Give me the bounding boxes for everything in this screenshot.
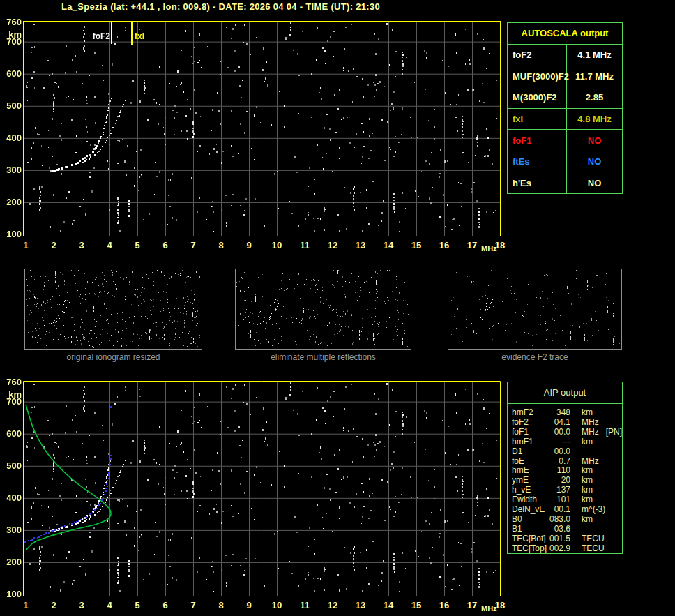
autoscala-row-fxi: fxI 4.8 MHz [508, 109, 622, 130]
autoscala-label-muf3000f2: MUF(3000)F2 [508, 66, 567, 87]
x-tick-label: 7 [183, 600, 204, 610]
autoscala-label-fof2: foF2 [508, 45, 567, 66]
x-tick-label: 12 [322, 600, 343, 610]
x-tick-label: 3 [71, 600, 92, 610]
autoscala-row-fof1: foF1 NO [508, 130, 622, 151]
y-tick-label: 500 [1, 100, 22, 111]
autoscala-row-ftes: ftEs NO [508, 151, 622, 173]
x-tick-label: 12 [322, 240, 343, 250]
autoscala-value-fof2: 4.1 MHz [567, 45, 622, 66]
x-tick-label: 6 [155, 600, 176, 610]
x-tick-label: 17 [462, 240, 483, 250]
y-tick-label: 200 [1, 197, 22, 207]
aip-unit: km [582, 495, 593, 505]
autoscala-value-fof1: NO [567, 130, 622, 151]
aip-value: 0.7 [548, 457, 570, 467]
x-tick-label: 14 [378, 600, 399, 610]
x-tick-label: 14 [378, 240, 399, 250]
y-tick-label: 760 [1, 17, 22, 27]
aip-label: h_vE [512, 486, 548, 495]
y-tick-label: 400 [1, 133, 22, 143]
aip-row-tecbot: TEC[Bot]001.5TECU [512, 534, 622, 544]
thumbnail-evidence-f2 [448, 269, 622, 350]
aip-label: hmE [512, 466, 548, 476]
aip-label: foE [512, 457, 548, 467]
aip-output-panel: AIP output hmF2348kmfoF204.1MHzfoF100.0M… [507, 382, 623, 554]
thumbnail-caption-eliminate: eliminate multiple reflections [235, 352, 411, 362]
aip-value: 002.9 [548, 544, 570, 554]
y-tick-label: 200 [1, 557, 22, 567]
x-tick-label: 11 [294, 600, 315, 610]
thumbnail-caption-evidence: evidence F2 trace [448, 352, 622, 362]
y-tick-label: 300 [1, 525, 22, 535]
aip-unit: TECU [582, 544, 605, 554]
autoscala-label-hes: h'Es [508, 172, 567, 193]
aip-row-ewidth: Ewidth101km [512, 495, 622, 505]
aip-unit: km [582, 466, 593, 476]
aip-value: 00.1 [548, 505, 570, 515]
thumbnail-eliminate-canvas [236, 269, 411, 349]
fof2-marker-label: foF2 [68, 31, 110, 41]
autoscala-value-hes: NO [567, 172, 622, 193]
aip-row-hmf1: hmF1---km [512, 437, 622, 447]
autoscala-window: La_Spezia (lat: +44.1 , lon: 009.8) - DA… [0, 0, 675, 616]
x-tick-label: 9 [238, 240, 259, 250]
aip-value: 137 [548, 486, 570, 495]
autoscala-value-ftes: NO [567, 151, 622, 172]
x-tick-label: 11 [294, 240, 315, 250]
x-tick-label: 7 [183, 240, 204, 250]
aip-row-hve: h_vE137km [512, 486, 622, 495]
aip-row-b0: B0083.0km [512, 515, 622, 525]
x-tick-label: 16 [434, 240, 455, 250]
aip-value: 04.1 [548, 418, 570, 428]
aip-row-yme: ymE20km [512, 476, 622, 486]
thumbnail-evidence-canvas [448, 269, 621, 349]
y-tick-label: 600 [1, 428, 22, 439]
aip-unit: km [582, 515, 593, 525]
x-tick-label: 2 [43, 600, 64, 610]
x-tick-label: 13 [350, 240, 371, 250]
x-tick-label: 15 [406, 240, 427, 250]
aip-label: foF1 [512, 428, 548, 437]
x-tick-label: 10 [266, 240, 287, 250]
x-tick-label: 4 [99, 240, 120, 250]
aip-note: [PN] [606, 428, 622, 437]
fxi-marker-label: fxI [135, 31, 162, 41]
x-tick-label: 13 [350, 600, 371, 610]
autoscala-output-panel: AUTOSCALA output foF2 4.1 MHz MUF(3000)F… [507, 22, 623, 194]
aip-unit: MHz [582, 428, 599, 437]
aip-label: hmF2 [512, 408, 548, 418]
x-tick-label: 6 [155, 240, 176, 250]
aip-row-d1: D100.0 [512, 447, 622, 457]
y-tick-label: 100 [1, 589, 22, 599]
aip-unit: km [582, 408, 593, 418]
y-tick-label: 760 [1, 377, 22, 387]
x-tick-label: 4 [99, 600, 120, 610]
aip-label: D1 [512, 447, 548, 457]
autoscala-row-m3000f2: M(3000)F2 2.85 [508, 87, 622, 109]
aip-parameter-list: hmF2348kmfoF204.1MHzfoF100.0MHz[PN]hmF1-… [508, 404, 622, 554]
thumbnail-eliminate-reflections [235, 269, 411, 350]
y-tick-label: 600 [1, 68, 22, 79]
aip-unit: km [582, 437, 593, 447]
x-tick-label: 8 [211, 240, 232, 250]
aip-unit: TECU [582, 534, 605, 544]
thumbnail-original-canvas [25, 269, 202, 349]
aip-value: 083.0 [548, 515, 570, 525]
x-tick-label: 3 [71, 240, 92, 250]
autoscala-label-fof1: foF1 [508, 130, 567, 151]
x-tick-label: 10 [266, 600, 287, 610]
aip-unit: MHz [582, 418, 599, 428]
x-tick-label: 16 [434, 600, 455, 610]
x-tick-label: 9 [238, 600, 259, 610]
x-tick-label: 1 [15, 600, 36, 610]
aip-label: foF2 [512, 418, 548, 428]
aip-value: 03.6 [548, 525, 570, 534]
aip-row-fof1: foF100.0MHz[PN] [512, 428, 622, 437]
aip-panel-title: AIP output [508, 382, 622, 404]
aip-value: 00.0 [548, 428, 570, 437]
x-tick-label: 5 [127, 240, 148, 250]
x-tick-label: 2 [43, 240, 64, 250]
y-tick-label: 300 [1, 165, 22, 175]
aip-row-foe: foE0.7MHz [512, 457, 622, 467]
